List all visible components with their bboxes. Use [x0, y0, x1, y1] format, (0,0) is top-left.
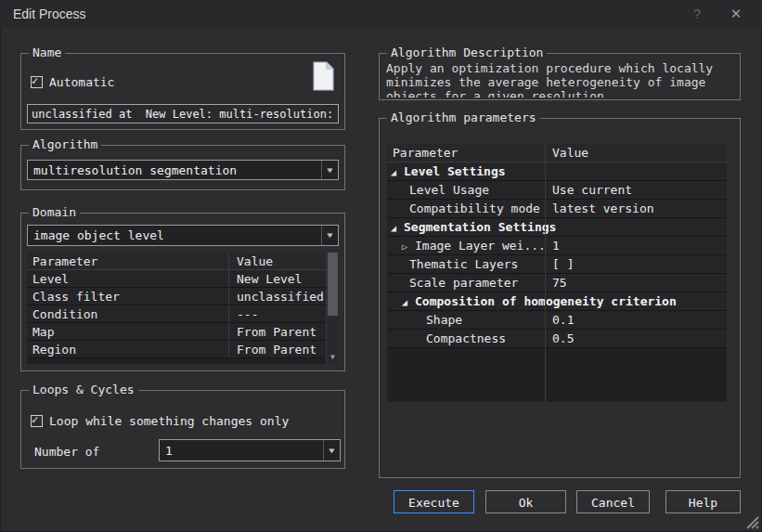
- param-value: From Parent: [229, 323, 339, 340]
- table-row[interactable]: Condition ---: [27, 305, 339, 323]
- table-row[interactable]: Class filter unclassified: [27, 288, 339, 305]
- param-row[interactable]: ▷Image Layer wei... 1: [387, 237, 727, 255]
- tree-expanded-icon[interactable]: ◢: [402, 293, 415, 312]
- algorithm-description-group: Algorithm Description Apply an optimizat…: [379, 53, 741, 100]
- cancel-button[interactable]: Cancel: [576, 490, 650, 513]
- column-header-value: Value: [229, 253, 339, 269]
- param-name: Scale parameter: [387, 274, 545, 292]
- parameters-table: Parameter Value ◢Level Settings Level Us…: [387, 144, 727, 402]
- scrollbar-thumb[interactable]: [328, 253, 338, 316]
- param-name: Image Layer wei...: [415, 239, 545, 253]
- domain-dropdown-button[interactable]: ▼: [321, 226, 338, 245]
- edit-process-dialog: Edit Process ? ✕ Name ✓ Automatic Algori…: [0, 0, 762, 532]
- param-row[interactable]: Shape 0.1: [387, 311, 727, 330]
- check-icon: ✓: [32, 74, 38, 87]
- param-row[interactable]: Scale parameter 75: [387, 274, 727, 292]
- resize-grip-icon[interactable]: [743, 513, 759, 529]
- algorithm-group: Algorithm multiresolution segmentation ▼: [20, 145, 345, 190]
- parameters-group-label: Algorithm parameters: [387, 110, 540, 124]
- help-icon[interactable]: ?: [686, 5, 708, 23]
- execute-button[interactable]: Execute: [394, 490, 474, 513]
- column-header-parameter: Parameter: [27, 253, 229, 269]
- name-group-label: Name: [29, 45, 65, 59]
- process-name-input[interactable]: [27, 104, 339, 123]
- chevron-down-icon: ▼: [329, 447, 334, 455]
- param-row[interactable]: Thematic Layers [ ]: [387, 255, 727, 274]
- param-value[interactable]: 0.5: [545, 330, 727, 347]
- number-of-value: 1: [160, 444, 323, 458]
- column-header-value: Value: [545, 144, 727, 162]
- table-row[interactable]: Map From Parent: [27, 323, 339, 341]
- tree-section-row[interactable]: ◢Level Settings: [387, 162, 727, 181]
- titlebar: Edit Process ? ✕: [0, 0, 762, 28]
- param-name: Condition: [27, 305, 229, 322]
- tree-expanded-icon[interactable]: ◢: [391, 219, 404, 238]
- param-value: New Level: [229, 270, 339, 287]
- param-name: Map: [27, 323, 229, 340]
- tree-section-row[interactable]: ◢Segmentation Settings: [387, 218, 727, 237]
- table-row[interactable]: Level New Level: [27, 270, 339, 288]
- scrollbar-down-icon[interactable]: ▼: [327, 351, 339, 364]
- param-name: Shape: [387, 311, 545, 329]
- param-row[interactable]: Level Usage Use current: [387, 181, 727, 200]
- column-header-parameter: Parameter: [387, 144, 545, 162]
- check-icon: ✓: [32, 413, 38, 426]
- help-button[interactable]: Help: [665, 490, 741, 513]
- tree-collapsed-icon[interactable]: ▷: [402, 238, 415, 254]
- param-row[interactable]: Compactness 0.5: [387, 330, 727, 348]
- algorithm-group-label: Algorithm: [29, 137, 101, 151]
- param-value[interactable]: 1: [545, 237, 727, 254]
- param-value[interactable]: Use current: [545, 181, 727, 199]
- window-title: Edit Process: [13, 6, 86, 21]
- number-of-dropdown-button[interactable]: ▼: [323, 440, 340, 461]
- table-row[interactable]: Region From Parent: [27, 341, 339, 358]
- param-name: Thematic Layers: [387, 255, 545, 273]
- section-label: Level Settings: [404, 164, 506, 178]
- loops-cycles-group: Loops & Cycles ✓ Loop while something ch…: [20, 390, 345, 469]
- domain-dropdown-value: image object level: [28, 228, 321, 242]
- param-value[interactable]: latest version: [545, 200, 727, 217]
- automatic-checkbox-box[interactable]: ✓: [31, 76, 43, 88]
- param-name: Class filter: [27, 288, 229, 305]
- loop-while-label: Loop while something changes only: [49, 414, 289, 428]
- domain-table: Parameter Value Level New Level Class fi…: [27, 253, 339, 364]
- close-icon[interactable]: ✕: [725, 5, 747, 23]
- param-value: ---: [229, 305, 339, 322]
- algorithm-dropdown[interactable]: multiresolution segmentation ▼: [27, 160, 339, 180]
- description-group-label: Algorithm Description: [387, 45, 547, 59]
- param-value: From Parent: [229, 341, 339, 357]
- algorithm-dropdown-button[interactable]: ▼: [321, 161, 338, 179]
- loops-group-label: Loops & Cycles: [29, 383, 138, 396]
- param-value[interactable]: [ ]: [545, 255, 727, 273]
- chevron-down-icon: ▼: [327, 166, 332, 175]
- parameters-table-header: Parameter Value: [387, 144, 727, 162]
- param-row[interactable]: Compatibility mode latest version: [387, 200, 727, 218]
- domain-group: Domain image object level ▼ Parameter Va…: [20, 213, 345, 371]
- param-value: [506, 162, 727, 180]
- param-name: Compactness: [387, 330, 545, 347]
- param-value[interactable]: 75: [545, 274, 727, 292]
- chevron-down-icon: ▼: [327, 231, 332, 240]
- param-name: Level Usage: [387, 181, 545, 199]
- ok-button[interactable]: Ok: [485, 490, 566, 513]
- name-group: Name ✓ Automatic: [20, 53, 345, 130]
- scrollbar[interactable]: ▼: [326, 253, 339, 364]
- algorithm-parameters-group: Algorithm parameters Parameter Value ◢Le…: [379, 118, 741, 478]
- document-icon[interactable]: [311, 61, 335, 91]
- automatic-label: Automatic: [49, 75, 114, 89]
- domain-table-header: Parameter Value: [27, 253, 339, 270]
- param-value: [556, 218, 727, 236]
- param-value[interactable]: 0.1: [545, 311, 727, 329]
- number-of-dropdown[interactable]: 1 ▼: [159, 439, 341, 461]
- param-value: [677, 292, 727, 310]
- algorithm-description-text: Apply an optimization procedure which lo…: [386, 61, 734, 97]
- param-name: Region: [27, 341, 229, 357]
- number-of-label: Number of: [34, 445, 99, 459]
- loop-while-checkbox-box[interactable]: ✓: [31, 415, 43, 427]
- tree-expanded-icon[interactable]: ◢: [391, 163, 404, 182]
- tree-section-row[interactable]: ◢Composition of homogeneity criterion: [387, 292, 727, 311]
- automatic-checkbox[interactable]: ✓ Automatic: [31, 74, 114, 89]
- loop-while-checkbox[interactable]: ✓ Loop while something changes only: [31, 413, 289, 428]
- domain-dropdown[interactable]: image object level ▼: [27, 225, 339, 246]
- section-label: Segmentation Settings: [404, 220, 556, 234]
